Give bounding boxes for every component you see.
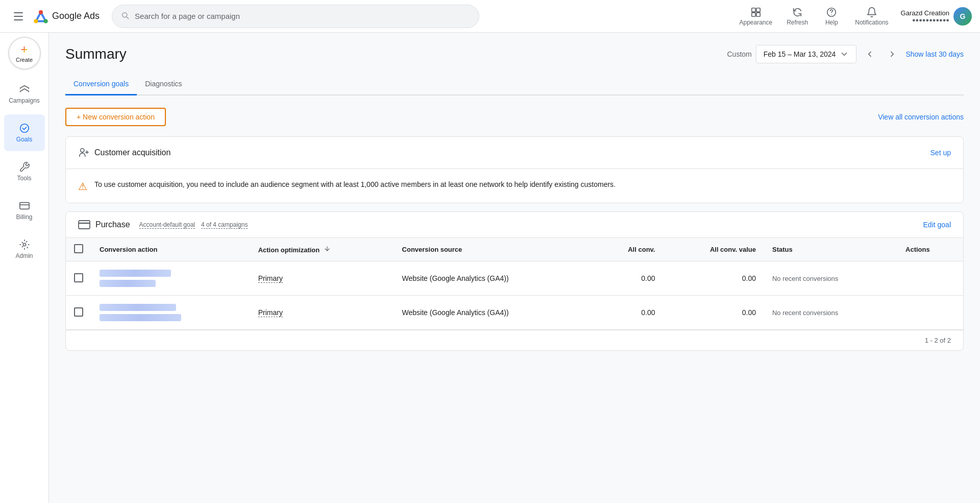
row1-actions (897, 261, 963, 296)
campaigns-count-tag[interactable]: 4 of 4 campaigns (201, 221, 248, 229)
view-all-conversion-actions-link[interactable]: View all conversion actions (878, 113, 964, 121)
warning-icon: ⚠ (78, 180, 87, 193)
admin-icon (19, 239, 30, 250)
table-footer: 1 - 2 of 2 (66, 330, 963, 350)
table-row: Primary Website (Google Analytics (GA4))… (66, 261, 963, 296)
goals-icon (19, 123, 30, 134)
table-row: Primary Website (Google Analytics (GA4))… (66, 296, 963, 330)
tools-icon (19, 161, 30, 173)
sidebar-item-admin[interactable]: Admin (4, 231, 45, 268)
google-ads-logo[interactable]: Google Ads (33, 8, 100, 25)
svg-rect-4 (752, 8, 755, 11)
row1-conversion-source: Website (Google Analytics (GA4)) (394, 261, 593, 296)
hamburger-icon (14, 12, 23, 20)
header-checkbox (66, 238, 91, 261)
row1-action-name-line1[interactable] (100, 270, 171, 277)
sidebar-item-goals[interactable]: Goals (4, 114, 45, 151)
create-button[interactable]: + Create (8, 37, 41, 69)
sidebar-item-billing[interactable]: Billing (4, 192, 45, 229)
search-icon (120, 11, 130, 21)
user-name: Garazd Creation (901, 9, 949, 17)
row2-primary-badge[interactable]: Primary (258, 308, 283, 317)
tab-conversion-goals[interactable]: Conversion goals (65, 74, 137, 95)
header-label-conversion-source: Conversion source (402, 246, 462, 253)
row1-all-conv-value-text: 0.00 (742, 274, 756, 282)
row2-all-conv-value-text: 0.00 (742, 308, 756, 317)
date-range-picker[interactable]: Feb 15 – Mar 13, 2024 (756, 45, 857, 63)
appearance-icon (750, 7, 762, 18)
create-label: Create (16, 57, 33, 63)
edit-goal-link[interactable]: Edit goal (923, 221, 951, 229)
tabs: Conversion goals Diagnostics (65, 74, 964, 95)
header-action-optimization[interactable]: Action optimization (250, 238, 394, 261)
row1-checkbox[interactable] (74, 273, 83, 282)
sidebar-item-label-admin: Admin (15, 252, 33, 259)
logo-text: Google Ads (52, 11, 100, 21)
row2-actions (897, 296, 963, 330)
page-title: Summary (65, 46, 127, 62)
credit-card-icon (78, 220, 90, 229)
svg-rect-6 (752, 12, 755, 16)
row1-primary-badge[interactable]: Primary (258, 274, 283, 283)
svg-point-10 (20, 124, 29, 133)
date-controls: Custom Feb 15 – Mar 13, 2024 Show last 3… (727, 45, 964, 63)
date-prev-button[interactable] (861, 45, 879, 63)
actions-bar: + New conversion action View all convers… (65, 108, 964, 126)
help-icon (826, 7, 837, 18)
header-label-actions: Actions (905, 246, 930, 253)
svg-point-1 (34, 19, 38, 23)
row1-all-conv-value: 0.00 (663, 261, 764, 296)
refresh-button[interactable]: Refresh (780, 2, 814, 31)
new-conversion-action-button[interactable]: + New conversion action (65, 108, 166, 126)
select-all-checkbox[interactable] (74, 244, 83, 253)
row1-conversion-action (91, 261, 250, 296)
row2-action-name-line1[interactable] (100, 304, 176, 311)
svg-point-13 (81, 149, 84, 152)
sidebar-item-label-campaigns: Campaigns (9, 97, 40, 104)
header-conversion-action: Conversion action (91, 238, 250, 261)
sidebar-item-tools[interactable]: Tools (4, 153, 45, 190)
google-ads-logo-icon (33, 8, 49, 25)
tab-diagnostics[interactable]: Diagnostics (137, 74, 190, 95)
appearance-button[interactable]: Appearance (733, 2, 778, 31)
row2-conversion-action (91, 296, 250, 330)
search-placeholder: Search for a page or campaign (135, 12, 240, 20)
user-avatar[interactable]: G (953, 7, 972, 26)
header-label-conversion-action: Conversion action (100, 246, 157, 253)
hamburger-menu-button[interactable] (8, 6, 29, 27)
row2-action-name-line2 (100, 314, 181, 321)
user-menu[interactable]: Garazd Creation ●●●●●●●●●●● G (901, 7, 972, 26)
row2-checkbox-cell (66, 296, 91, 330)
date-next-button[interactable] (883, 45, 901, 63)
new-conversion-label: + New conversion action (77, 113, 155, 121)
customer-acquisition-card: Customer acquisition Set up ⚠ To use cus… (65, 136, 964, 203)
help-label: Help (825, 19, 838, 26)
svg-rect-7 (756, 12, 760, 16)
person-add-icon (78, 147, 89, 158)
show-last-30-link[interactable]: Show last 30 days (905, 50, 964, 58)
row2-all-conv: 0.00 (593, 296, 664, 330)
row1-all-conv-value: 0.00 (641, 274, 655, 282)
page-header: Summary Custom Feb 15 – Mar 13, 2024 Sho… (65, 45, 964, 63)
purchase-card: Purchase Account-default goal 4 of 4 cam… (65, 211, 964, 351)
search-box[interactable]: Search for a page or campaign (112, 5, 479, 28)
header-label-all-conv-value: All conv. value (710, 246, 756, 253)
row2-conversion-source: Website (Google Analytics (GA4)) (394, 296, 593, 330)
create-plus-icon: + (20, 43, 28, 56)
account-default-goal-tag[interactable]: Account-default goal (139, 221, 195, 229)
row2-all-conv-value: 0.00 (663, 296, 764, 330)
sidebar-item-campaigns[interactable]: Campaigns (4, 76, 45, 112)
row2-checkbox[interactable] (74, 307, 83, 317)
header-status: Status (764, 238, 897, 261)
table-header-row: Conversion action Action optimization (66, 238, 963, 261)
nav-actions: Appearance Refresh Help Notifications (733, 2, 972, 31)
notifications-button[interactable]: Notifications (849, 2, 894, 31)
svg-point-9 (831, 14, 832, 14)
custom-label: Custom (727, 50, 751, 58)
svg-point-2 (44, 19, 48, 23)
help-button[interactable]: Help (816, 2, 847, 31)
notifications-label: Notifications (855, 19, 888, 26)
date-range-text: Feb 15 – Mar 13, 2024 (764, 50, 836, 58)
setup-link[interactable]: Set up (930, 149, 951, 157)
header-conversion-source: Conversion source (394, 238, 593, 261)
